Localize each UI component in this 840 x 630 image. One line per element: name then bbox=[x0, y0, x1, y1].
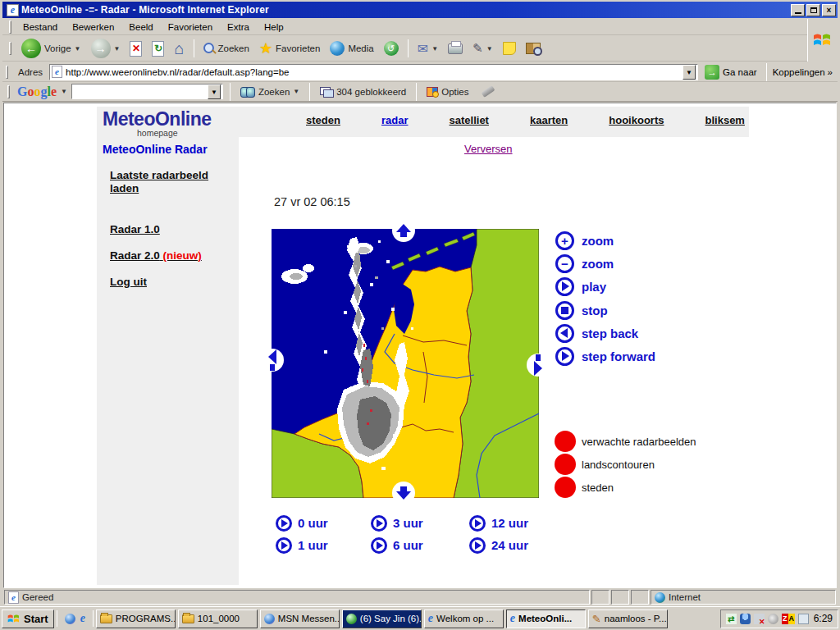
sidebar-link-log-uit[interactable]: Log uit bbox=[110, 276, 221, 289]
search-button[interactable]: Zoeken bbox=[200, 41, 253, 56]
stop-button[interactable]: ✕ bbox=[126, 39, 145, 58]
google-search-more-icon[interactable]: ▼ bbox=[293, 88, 299, 95]
google-search-dropdown-icon[interactable]: ▼ bbox=[208, 84, 221, 99]
menu-favorieten[interactable]: Favorieten bbox=[162, 21, 219, 34]
nav-radar[interactable]: radar bbox=[381, 114, 409, 126]
radar-map[interactable] bbox=[272, 229, 539, 498]
task-101-0000[interactable]: 101_0000 bbox=[178, 609, 258, 628]
tray-sync-arrows-icon[interactable]: ⇄ bbox=[726, 614, 737, 624]
time-24-uur-button[interactable]: 24 uur bbox=[469, 536, 528, 555]
start-button[interactable]: Start bbox=[2, 609, 54, 628]
zoom-in-button[interactable]: + zoom bbox=[555, 231, 614, 250]
restore-button[interactable] bbox=[806, 4, 820, 16]
toolbar-grip[interactable] bbox=[6, 66, 8, 79]
close-button[interactable]: × bbox=[822, 4, 836, 16]
start-flag-icon bbox=[7, 613, 21, 625]
forward-button[interactable]: → ▼ bbox=[88, 37, 124, 60]
favorites-button[interactable]: ★ Favorieten bbox=[256, 38, 323, 59]
menu-beeld[interactable]: Beeld bbox=[122, 21, 159, 34]
nav-bliksem[interactable]: bliksem bbox=[705, 114, 745, 126]
nav-steden[interactable]: steden bbox=[306, 114, 340, 126]
tray-user-icon[interactable] bbox=[740, 614, 751, 624]
back-dropdown-icon[interactable]: ▼ bbox=[75, 45, 81, 52]
pan-right-button[interactable] bbox=[527, 354, 550, 377]
home-button[interactable]: ⌂ bbox=[171, 38, 187, 60]
tray-zonealarm-icon[interactable]: ZA bbox=[782, 614, 795, 624]
time-3-uur-button[interactable]: 3 uur bbox=[371, 514, 423, 532]
red-circle-icon[interactable] bbox=[555, 431, 576, 452]
tray-network-disconnected-icon[interactable] bbox=[754, 614, 765, 624]
address-url[interactable]: http://www.weeronlinebv.nl/radar/default… bbox=[66, 67, 289, 77]
legend-verwachte-radarbeelden[interactable]: verwachte radarbeelden bbox=[555, 431, 696, 452]
go-button[interactable]: → Ga naar bbox=[701, 64, 760, 80]
mail-dropdown-icon[interactable]: ▼ bbox=[431, 45, 438, 52]
sidebar-link-radar-1[interactable]: Radar 1.0 bbox=[110, 223, 221, 236]
google-dropdown-icon[interactable]: ▼ bbox=[61, 88, 67, 95]
address-dropdown-icon[interactable]: ▼ bbox=[682, 65, 696, 80]
nav-hooikoorts[interactable]: hooikoorts bbox=[609, 114, 664, 126]
task-msn-messenger[interactable]: MSN Messen... bbox=[260, 609, 340, 628]
nav-kaarten[interactable]: kaarten bbox=[530, 114, 568, 126]
mail-button[interactable]: ✉ ▼ bbox=[414, 39, 441, 58]
menu-bewerken[interactable]: Bewerken bbox=[66, 21, 121, 34]
legend-steden[interactable]: steden bbox=[555, 477, 614, 498]
legend-landscontouren[interactable]: landscontouren bbox=[555, 454, 655, 475]
google-logo[interactable]: Google bbox=[17, 84, 57, 99]
red-circle-icon[interactable] bbox=[555, 477, 576, 498]
tray-volume-icon[interactable] bbox=[768, 614, 778, 624]
quick-launch-msn-icon[interactable] bbox=[65, 614, 75, 624]
play-button[interactable]: play bbox=[555, 276, 606, 296]
task-welkom-op[interactable]: e Welkom op ... bbox=[424, 609, 504, 628]
toolbar-grip[interactable] bbox=[7, 85, 10, 98]
sidebar-link-radar-2[interactable]: Radar 2.0 (nieuw) bbox=[110, 249, 241, 262]
menu-bestand[interactable]: Bestand bbox=[16, 21, 64, 34]
menu-help[interactable]: Help bbox=[258, 21, 290, 34]
toolbar-grip[interactable] bbox=[9, 42, 11, 55]
edit-dropdown-icon[interactable]: ▼ bbox=[486, 45, 493, 52]
history-button[interactable]: ↺ bbox=[381, 39, 402, 57]
print-button[interactable] bbox=[445, 42, 466, 56]
address-input[interactable]: e http://www.weeronlinebv.nl/radar/defau… bbox=[49, 64, 698, 80]
task-say-jin-chat[interactable]: (6) Say Jin (6)... bbox=[342, 609, 422, 628]
discuss-button[interactable] bbox=[523, 41, 544, 56]
media-button[interactable]: Media bbox=[326, 39, 377, 57]
red-circle-icon[interactable] bbox=[555, 454, 576, 475]
step-forward-button[interactable]: step forward bbox=[555, 346, 655, 366]
nav-satelliet[interactable]: satelliet bbox=[450, 114, 489, 126]
site-logo[interactable]: MeteoOnline homepage bbox=[103, 108, 212, 138]
task-meteoonline[interactable]: e MeteoOnli... bbox=[506, 609, 586, 628]
toolbar-grip[interactable] bbox=[9, 21, 11, 34]
edit-button[interactable]: ✎ ▼ bbox=[469, 39, 496, 57]
pan-left-button[interactable] bbox=[261, 349, 284, 372]
google-search-input[interactable]: ▼ bbox=[71, 84, 223, 99]
status-page-icon: e bbox=[8, 591, 19, 604]
time-0-uur-button[interactable]: 0 uur bbox=[276, 514, 328, 532]
pan-up-button[interactable] bbox=[392, 219, 415, 242]
minimize-button[interactable] bbox=[791, 4, 805, 16]
quick-launch-ie-icon[interactable]: e bbox=[80, 612, 85, 625]
messenger-button[interactable] bbox=[500, 40, 519, 57]
task-naamloos-paint[interactable]: ✎ naamloos - P... bbox=[588, 609, 668, 628]
back-button[interactable]: ← Vorige ▼ bbox=[18, 37, 84, 60]
time-12-uur-button[interactable]: 12 uur bbox=[469, 514, 528, 532]
links-chevron-icon[interactable]: » bbox=[828, 67, 833, 77]
menu-extra[interactable]: Extra bbox=[221, 21, 256, 34]
sidebar-link-laatste-radarbeeld[interactable]: Laatste radarbeeld laden bbox=[110, 169, 221, 195]
step-back-button[interactable]: step back bbox=[555, 323, 638, 343]
tray-language-icon[interactable] bbox=[798, 614, 809, 624]
zoom-out-button[interactable]: − zoom bbox=[555, 253, 614, 273]
popup-blocker-button[interactable]: 304 geblokkeerd bbox=[317, 85, 409, 98]
google-search-button[interactable]: Zoeken ▼ bbox=[237, 85, 303, 98]
google-search-label: Zoeken bbox=[258, 87, 290, 97]
pan-down-button[interactable] bbox=[392, 482, 415, 504]
task-programs[interactable]: PROGRAMS... bbox=[96, 609, 176, 628]
links-toolbar[interactable]: Koppelingen » bbox=[773, 67, 834, 77]
highlighter-icon[interactable] bbox=[481, 85, 495, 98]
time-1-uur-button[interactable]: 1 uur bbox=[276, 536, 328, 555]
time-6-uur-button[interactable]: 6 uur bbox=[371, 536, 423, 555]
stop-animation-button[interactable]: stop bbox=[555, 300, 608, 320]
forward-dropdown-icon[interactable]: ▼ bbox=[114, 45, 121, 52]
refresh-link[interactable]: Verversen bbox=[464, 143, 513, 155]
options-button[interactable]: Opties bbox=[423, 85, 472, 98]
refresh-button[interactable]: ↻ bbox=[148, 39, 167, 58]
